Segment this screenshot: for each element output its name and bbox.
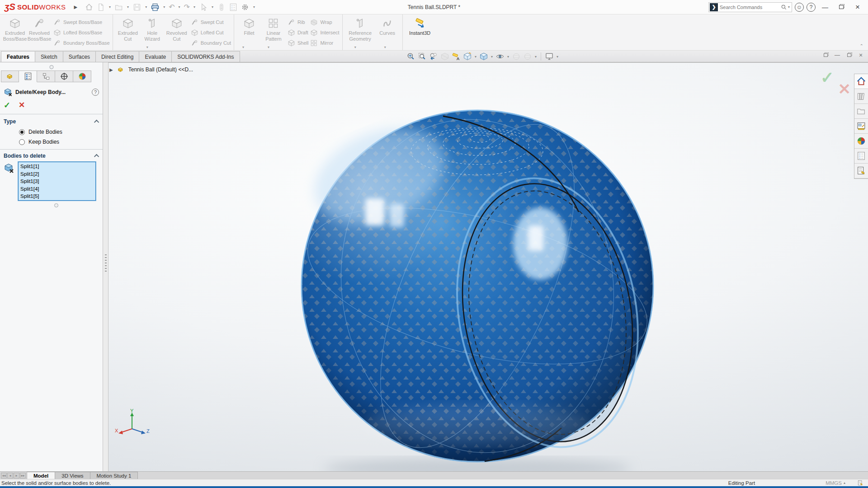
fillet-button[interactable]: Fillet — [237, 16, 261, 36]
save-dropdown-icon[interactable]: ▾ — [145, 5, 147, 9]
open-dropdown-icon[interactable]: ▾ — [127, 5, 129, 9]
fillet-flyout-icon[interactable]: ▾ — [242, 45, 244, 49]
type-group-header[interactable]: Type — [4, 118, 99, 125]
new-document-button[interactable] — [95, 1, 106, 13]
graphics-viewport[interactable]: ▶ Tennis Ball (Default) <<D... ✓ ✕ — [108, 62, 868, 471]
property-manager-tab[interactable] — [19, 70, 37, 82]
view-palette-icon[interactable] — [854, 119, 868, 134]
tree-expand-icon[interactable]: ▶ — [109, 67, 113, 72]
list-item[interactable]: Split1[1] — [20, 163, 95, 170]
reference-geometry-button[interactable]: Reference Geometry — [345, 16, 375, 42]
keep-bodies-radio[interactable]: Keep Bodies — [19, 139, 59, 145]
bodies-to-delete-list[interactable]: Split1[1] Split1[2] Split1[3] Split1[4] … — [18, 162, 96, 201]
confirm-cancel-corner-icon[interactable]: ✕ — [838, 80, 851, 98]
home-button[interactable] — [84, 1, 94, 13]
view-settings-dropdown-icon[interactable]: ▾ — [557, 55, 558, 59]
search-input[interactable] — [720, 5, 780, 10]
edit-appearance-icon[interactable] — [511, 52, 521, 61]
revolved-cut-button[interactable]: Revolved Cut — [165, 16, 189, 42]
options-dropdown-icon[interactable]: ▾ — [253, 5, 255, 9]
ribbon-collapse-icon[interactable]: ⌃ — [860, 43, 863, 48]
panel-resize-handle[interactable] — [49, 65, 53, 69]
doc-close-icon[interactable]: × — [857, 52, 864, 59]
mirror-button[interactable]: Mirror — [310, 39, 339, 47]
tab-direct-editing[interactable]: Direct Editing — [95, 51, 139, 62]
boundary-cut-button[interactable]: Boundary Cut — [191, 39, 231, 47]
type-collapse-icon[interactable] — [94, 120, 99, 125]
tab-evaluate[interactable]: Evaluate — [139, 51, 172, 62]
new-dropdown-icon[interactable]: ▾ — [109, 5, 111, 9]
undo-dropdown-icon[interactable]: ▾ — [179, 5, 180, 9]
confirm-ok-corner-icon[interactable]: ✓ — [821, 68, 834, 87]
tab-surfaces[interactable]: Surfaces — [63, 51, 96, 62]
undo-button[interactable]: ↶ — [168, 1, 175, 13]
search-commands-box[interactable]: ❯ ▾ — [708, 2, 792, 12]
tab-features[interactable]: Features — [1, 51, 35, 62]
extruded-cut-button[interactable]: Extruded Cut — [116, 16, 140, 42]
swept-boss-base-button[interactable]: Swept Boss/Base — [53, 18, 110, 26]
swept-cut-button[interactable]: Swept Cut — [191, 18, 231, 26]
tab-solidworks-addins[interactable]: SOLIDWORKS Add-Ins — [171, 51, 240, 62]
restore-button[interactable] — [835, 2, 848, 13]
panel-splitter[interactable] — [103, 62, 108, 471]
cancel-button[interactable]: ✕ — [19, 100, 25, 110]
units-selector[interactable]: MMGS ▴ — [826, 480, 845, 486]
list-resize-handle[interactable] — [54, 203, 58, 207]
appearances-icon[interactable] — [854, 134, 868, 149]
dimxpert-manager-tab[interactable] — [55, 70, 73, 82]
help-icon[interactable]: ? — [807, 3, 816, 12]
splitter-grip-icon[interactable] — [105, 254, 107, 272]
refgeo-flyout-icon[interactable]: ▾ — [354, 45, 356, 49]
hole-wizard-flyout-icon[interactable]: ▾ — [146, 45, 148, 49]
open-button[interactable] — [113, 1, 124, 13]
bodies-group-header[interactable]: Bodies to delete — [4, 153, 99, 159]
display-style-icon[interactable] — [479, 52, 489, 61]
brand-expand-arrow-icon[interactable]: ▶ — [74, 5, 77, 9]
options-list-button[interactable] — [228, 1, 239, 13]
options-gear-button[interactable] — [240, 1, 250, 13]
custom-properties-icon[interactable] — [854, 149, 868, 164]
close-button[interactable]: × — [851, 2, 864, 13]
tree-root-label[interactable]: Tennis Ball (Default) <<D... — [128, 66, 193, 73]
display-style-dropdown-icon[interactable]: ▾ — [491, 55, 493, 59]
pattern-flyout-icon[interactable]: ▾ — [268, 45, 269, 49]
scroll-left-icon[interactable]: ◂ — [7, 473, 13, 479]
hide-show-dropdown-icon[interactable]: ▾ — [507, 55, 509, 59]
scroll-last-icon[interactable]: ▸▸ — [20, 473, 26, 479]
boundary-boss-base-button[interactable]: Boundary Boss/Base — [53, 39, 110, 47]
lofted-cut-button[interactable]: Lofted Cut — [191, 28, 231, 37]
minimize-button[interactable]: — — [818, 2, 832, 13]
display-manager-tab[interactable] — [73, 70, 91, 82]
tab-sketch[interactable]: Sketch — [35, 51, 63, 62]
save-button[interactable] — [132, 1, 142, 13]
select-button[interactable] — [198, 1, 209, 13]
file-explorer-icon[interactable] — [854, 104, 868, 119]
tennis-ball-model[interactable] — [108, 63, 854, 471]
search-icon[interactable] — [781, 4, 787, 10]
doc-restore-icon[interactable] — [845, 52, 853, 59]
extruded-boss-base-button[interactable]: Extruded Boss/Base — [3, 16, 27, 42]
hide-show-items-icon[interactable] — [495, 52, 505, 61]
bodies-collapse-icon[interactable] — [94, 154, 99, 159]
scroll-right-icon[interactable]: ▸ — [14, 473, 19, 479]
quick-tips-icon[interactable] — [857, 480, 863, 486]
radio-selected-icon[interactable] — [19, 129, 25, 135]
solidworks-resources-icon[interactable] — [854, 164, 868, 178]
apply-scene-dropdown-icon[interactable]: ▾ — [535, 55, 537, 59]
list-item[interactable]: Split1[5] — [20, 192, 95, 200]
home-icon[interactable] — [854, 74, 868, 89]
curves-button[interactable]: Curves — [375, 16, 400, 36]
configuration-manager-tab[interactable] — [37, 70, 55, 82]
annotation-views-icon[interactable] — [451, 52, 461, 61]
selection-filter-button[interactable] — [216, 1, 227, 13]
redo-dropdown-icon[interactable]: ▾ — [193, 5, 195, 9]
doc-minimize-icon[interactable]: — — [834, 52, 841, 59]
tab-3d-views[interactable]: 3D Views — [55, 472, 90, 479]
zoom-to-fit-icon[interactable] — [406, 52, 416, 61]
apply-scene-icon[interactable] — [523, 52, 533, 61]
design-library-icon[interactable] — [854, 89, 868, 104]
redo-button[interactable]: ↷ — [183, 1, 191, 13]
print-dropdown-icon[interactable]: ▾ — [163, 5, 165, 9]
solidworks-logo[interactable]: ʒS SOLID WORKS — [5, 2, 66, 12]
wrap-button[interactable]: Wrap — [310, 18, 339, 26]
